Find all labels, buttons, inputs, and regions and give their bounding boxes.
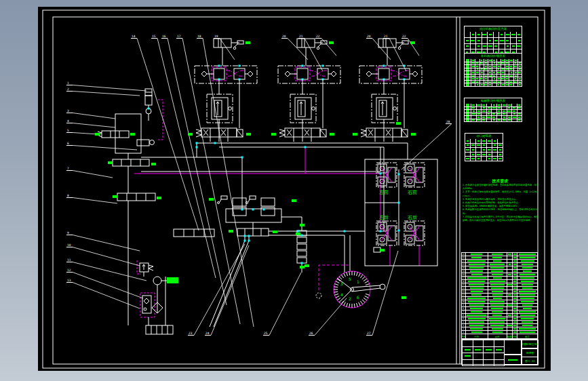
balloon-number: 22 bbox=[402, 35, 406, 38]
table-cell bbox=[471, 71, 475, 74]
component-tag bbox=[209, 198, 214, 201]
motor-label-right-rear: 右后 bbox=[408, 215, 417, 220]
table-mark bbox=[467, 140, 469, 142]
bom-cell bbox=[517, 294, 537, 296]
junction-dot bbox=[301, 262, 303, 264]
bom-cell bbox=[513, 290, 517, 293]
table-cell bbox=[517, 107, 522, 110]
bom-mark bbox=[471, 274, 482, 275]
bom-mark bbox=[468, 301, 485, 302]
table-cell bbox=[501, 65, 505, 68]
table-mark bbox=[502, 60, 503, 61]
bom-cell bbox=[507, 253, 513, 256]
component-tag bbox=[167, 277, 178, 283]
table-cell bbox=[484, 75, 488, 77]
balloon: 2 bbox=[66, 87, 140, 96]
table-mark bbox=[480, 78, 483, 79]
table-cell bbox=[492, 75, 496, 77]
table-cell bbox=[509, 75, 513, 77]
bom-qty-mark bbox=[513, 321, 516, 323]
table-cell bbox=[518, 75, 522, 77]
table-cell bbox=[502, 116, 507, 119]
table-cell bbox=[471, 38, 476, 43]
balloon-number: 19 bbox=[214, 35, 218, 38]
table-mark bbox=[503, 113, 505, 115]
bom-qty-mark bbox=[513, 332, 516, 334]
table-cell bbox=[465, 110, 471, 113]
component-tag bbox=[305, 264, 309, 267]
table-mark bbox=[515, 60, 517, 61]
cad-canvas[interactable]: 左前 右前 左后 右后 3 5 1 4 2 6 1415161718192021… bbox=[38, 7, 551, 371]
component-tag bbox=[300, 266, 305, 268]
table-mark bbox=[489, 81, 491, 83]
table-cell bbox=[480, 83, 484, 86]
table-cell bbox=[502, 119, 507, 122]
table-mark bbox=[502, 75, 503, 77]
table-mark bbox=[472, 81, 475, 83]
component-tag bbox=[95, 133, 100, 136]
table-cell bbox=[497, 81, 501, 83]
table-symbol bbox=[466, 71, 469, 74]
bom-qty-mark bbox=[513, 328, 516, 330]
table-mark bbox=[507, 111, 511, 112]
table-mark bbox=[488, 140, 491, 142]
bom-cell bbox=[517, 304, 537, 306]
table-mark bbox=[466, 158, 469, 159]
component-tag bbox=[411, 133, 416, 136]
table-symbol bbox=[466, 81, 469, 83]
bom-mark bbox=[520, 298, 534, 299]
table-cell bbox=[484, 83, 488, 86]
balloon: 10 bbox=[66, 243, 140, 266]
table-cell bbox=[497, 75, 501, 77]
bom-cell bbox=[466, 273, 488, 276]
table-mark bbox=[471, 144, 474, 146]
table-mark bbox=[498, 81, 500, 83]
balloon: 3 bbox=[66, 109, 115, 119]
bom-mark bbox=[520, 277, 534, 279]
table-mark bbox=[483, 45, 486, 47]
table-cell bbox=[509, 68, 513, 71]
bom-cell bbox=[513, 273, 517, 276]
table-cell bbox=[480, 77, 484, 80]
table-symbol bbox=[466, 65, 469, 68]
table-cell bbox=[482, 157, 486, 161]
table-cell bbox=[507, 113, 512, 116]
balloon-number: 27 bbox=[367, 332, 371, 335]
table-mark bbox=[483, 144, 486, 146]
table-cell bbox=[465, 59, 471, 62]
bom-mark bbox=[490, 284, 505, 285]
table-cell bbox=[518, 65, 522, 68]
table-cell bbox=[471, 81, 475, 83]
bom-mark bbox=[519, 328, 536, 329]
table-mark bbox=[488, 154, 491, 155]
table-cell bbox=[488, 65, 492, 68]
balloon-number: 2 bbox=[67, 87, 69, 91]
table-cell bbox=[482, 116, 486, 119]
bom-mark bbox=[523, 270, 532, 272]
table-cell bbox=[482, 119, 486, 122]
table-symbol bbox=[466, 104, 469, 106]
table-cell bbox=[475, 75, 479, 77]
table-cell bbox=[484, 71, 488, 74]
table-cell bbox=[465, 104, 471, 106]
bom-cell bbox=[517, 300, 537, 303]
table-cell bbox=[492, 110, 496, 113]
bom-mark bbox=[508, 315, 511, 316]
table-mark bbox=[482, 119, 485, 121]
bom-cell bbox=[488, 260, 507, 262]
bom-mark bbox=[468, 281, 486, 282]
table-cell bbox=[471, 75, 475, 77]
bom-mark bbox=[521, 281, 534, 282]
table-cell bbox=[471, 119, 476, 122]
table-mark bbox=[477, 140, 479, 142]
table-mark bbox=[477, 144, 480, 146]
table-mark bbox=[481, 60, 482, 61]
balloon-number: 12 bbox=[67, 268, 71, 272]
bom-cell bbox=[466, 300, 488, 303]
bom-mark bbox=[522, 284, 533, 285]
bom-mark bbox=[489, 318, 505, 319]
bom-qty-mark bbox=[513, 257, 516, 259]
table-mark bbox=[494, 62, 495, 64]
table-symbol bbox=[466, 113, 469, 116]
table-cell bbox=[492, 81, 496, 83]
